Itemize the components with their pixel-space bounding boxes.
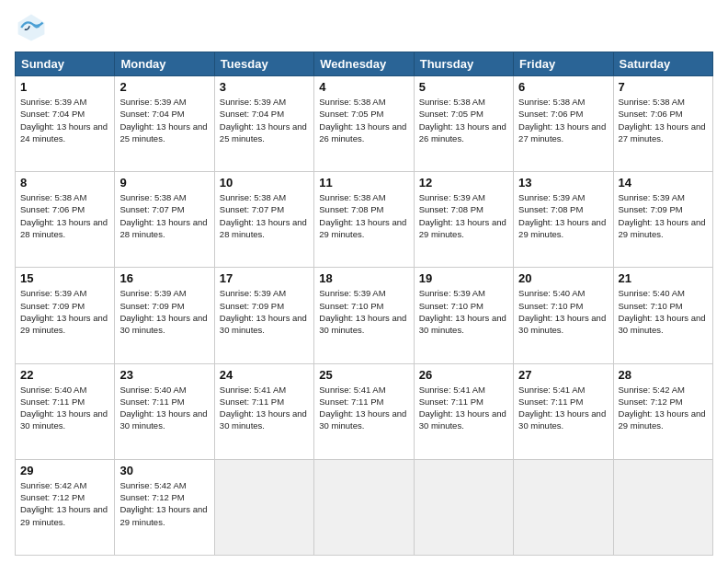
col-header-thursday: Thursday xyxy=(414,52,513,76)
calendar-cell: 18 Sunrise: 5:39 AMSunset: 7:10 PMDaylig… xyxy=(314,268,414,363)
day-number: 8 xyxy=(20,176,109,190)
day-number: 16 xyxy=(119,271,209,285)
calendar-week-2: 8 Sunrise: 5:38 AMSunset: 7:06 PMDayligh… xyxy=(16,172,713,268)
cell-details: Sunrise: 5:38 AMSunset: 7:06 PMDaylight:… xyxy=(518,97,606,144)
day-number: 14 xyxy=(619,176,708,190)
day-number: 25 xyxy=(319,368,408,382)
cell-details: Sunrise: 5:39 AMSunset: 7:08 PMDaylight:… xyxy=(518,192,606,239)
cell-details: Sunrise: 5:38 AMSunset: 7:05 PMDaylight:… xyxy=(319,97,406,144)
calendar-cell: 17 Sunrise: 5:39 AMSunset: 7:09 PMDaylig… xyxy=(214,268,313,363)
calendar-cell: 27 Sunrise: 5:41 AMSunset: 7:11 PMDaylig… xyxy=(514,363,613,459)
day-number: 27 xyxy=(518,368,608,382)
cell-details: Sunrise: 5:40 AMSunset: 7:10 PMDaylight:… xyxy=(518,288,606,335)
logo-icon xyxy=(15,11,48,44)
day-number: 22 xyxy=(20,368,109,382)
day-number: 29 xyxy=(20,464,109,477)
calendar-cell: 6 Sunrise: 5:38 AMSunset: 7:06 PMDayligh… xyxy=(514,76,613,172)
calendar-week-4: 22 Sunrise: 5:40 AMSunset: 7:11 PMDaylig… xyxy=(16,363,713,459)
cell-details: Sunrise: 5:39 AMSunset: 7:08 PMDaylight:… xyxy=(419,192,506,239)
cell-details: Sunrise: 5:38 AMSunset: 7:07 PMDaylight:… xyxy=(119,192,207,239)
day-number: 30 xyxy=(119,464,209,477)
day-number: 20 xyxy=(518,271,608,285)
cell-details: Sunrise: 5:39 AMSunset: 7:09 PMDaylight:… xyxy=(619,192,706,239)
calendar-cell: 11 Sunrise: 5:38 AMSunset: 7:08 PMDaylig… xyxy=(314,172,414,268)
calendar-cell: 8 Sunrise: 5:38 AMSunset: 7:06 PMDayligh… xyxy=(16,172,115,268)
col-header-sunday: Sunday xyxy=(16,52,115,76)
cell-details: Sunrise: 5:39 AMSunset: 7:10 PMDaylight:… xyxy=(419,288,506,335)
day-number: 12 xyxy=(419,176,508,190)
calendar-cell: 19 Sunrise: 5:39 AMSunset: 7:10 PMDaylig… xyxy=(414,268,513,363)
day-number: 15 xyxy=(20,271,109,285)
cell-details: Sunrise: 5:38 AMSunset: 7:06 PMDaylight:… xyxy=(20,192,108,239)
cell-details: Sunrise: 5:42 AMSunset: 7:12 PMDaylight:… xyxy=(20,480,108,527)
col-header-monday: Monday xyxy=(115,52,214,76)
cell-details: Sunrise: 5:41 AMSunset: 7:11 PMDaylight:… xyxy=(518,385,606,431)
cell-details: Sunrise: 5:40 AMSunset: 7:10 PMDaylight:… xyxy=(619,288,706,335)
calendar-cell: 26 Sunrise: 5:41 AMSunset: 7:11 PMDaylig… xyxy=(414,363,513,459)
col-header-saturday: Saturday xyxy=(613,52,712,76)
day-number: 18 xyxy=(319,271,408,285)
calendar-cell: 21 Sunrise: 5:40 AMSunset: 7:10 PMDaylig… xyxy=(613,268,712,363)
day-number: 21 xyxy=(619,271,708,285)
calendar-cell: 12 Sunrise: 5:39 AMSunset: 7:08 PMDaylig… xyxy=(414,172,513,268)
cell-details: Sunrise: 5:39 AMSunset: 7:09 PMDaylight:… xyxy=(220,288,307,335)
col-header-tuesday: Tuesday xyxy=(214,52,313,76)
calendar-cell: 1 Sunrise: 5:39 AMSunset: 7:04 PMDayligh… xyxy=(16,76,115,172)
calendar-cell: 23 Sunrise: 5:40 AMSunset: 7:11 PMDaylig… xyxy=(115,363,214,459)
col-header-friday: Friday xyxy=(514,52,613,76)
calendar-cell: 22 Sunrise: 5:40 AMSunset: 7:11 PMDaylig… xyxy=(16,363,115,459)
col-header-wednesday: Wednesday xyxy=(314,52,414,76)
calendar-cell: 28 Sunrise: 5:42 AMSunset: 7:12 PMDaylig… xyxy=(613,363,712,459)
cell-details: Sunrise: 5:41 AMSunset: 7:11 PMDaylight:… xyxy=(220,385,307,431)
calendar-cell xyxy=(514,459,613,555)
cell-details: Sunrise: 5:38 AMSunset: 7:06 PMDaylight:… xyxy=(619,97,706,144)
logo xyxy=(15,11,51,44)
cell-details: Sunrise: 5:39 AMSunset: 7:09 PMDaylight:… xyxy=(20,288,108,335)
calendar-cell: 16 Sunrise: 5:39 AMSunset: 7:09 PMDaylig… xyxy=(115,268,214,363)
calendar-cell: 10 Sunrise: 5:38 AMSunset: 7:07 PMDaylig… xyxy=(214,172,313,268)
calendar-week-5: 29 Sunrise: 5:42 AMSunset: 7:12 PMDaylig… xyxy=(16,459,713,555)
cell-details: Sunrise: 5:42 AMSunset: 7:12 PMDaylight:… xyxy=(119,480,207,527)
calendar-cell: 7 Sunrise: 5:38 AMSunset: 7:06 PMDayligh… xyxy=(613,76,712,172)
day-number: 13 xyxy=(518,176,608,190)
calendar-cell: 15 Sunrise: 5:39 AMSunset: 7:09 PMDaylig… xyxy=(16,268,115,363)
calendar-cell: 13 Sunrise: 5:39 AMSunset: 7:08 PMDaylig… xyxy=(514,172,613,268)
calendar-cell: 3 Sunrise: 5:39 AMSunset: 7:04 PMDayligh… xyxy=(214,76,313,172)
cell-details: Sunrise: 5:39 AMSunset: 7:04 PMDaylight:… xyxy=(119,97,207,144)
cell-details: Sunrise: 5:39 AMSunset: 7:10 PMDaylight:… xyxy=(319,288,406,335)
cell-details: Sunrise: 5:40 AMSunset: 7:11 PMDaylight:… xyxy=(20,385,108,431)
calendar-cell: 24 Sunrise: 5:41 AMSunset: 7:11 PMDaylig… xyxy=(214,363,313,459)
calendar-cell: 25 Sunrise: 5:41 AMSunset: 7:11 PMDaylig… xyxy=(314,363,414,459)
cell-details: Sunrise: 5:38 AMSunset: 7:08 PMDaylight:… xyxy=(319,192,406,239)
cell-details: Sunrise: 5:42 AMSunset: 7:12 PMDaylight:… xyxy=(619,385,706,431)
calendar-cell xyxy=(414,459,513,555)
day-number: 17 xyxy=(220,271,309,285)
cell-details: Sunrise: 5:40 AMSunset: 7:11 PMDaylight:… xyxy=(119,385,207,431)
cell-details: Sunrise: 5:38 AMSunset: 7:05 PMDaylight:… xyxy=(419,97,506,144)
cell-details: Sunrise: 5:38 AMSunset: 7:07 PMDaylight:… xyxy=(220,192,307,239)
calendar-cell xyxy=(214,459,313,555)
day-number: 24 xyxy=(220,368,309,382)
day-number: 23 xyxy=(119,368,209,382)
calendar-cell xyxy=(314,459,414,555)
calendar-cell: 2 Sunrise: 5:39 AMSunset: 7:04 PMDayligh… xyxy=(115,76,214,172)
day-number: 19 xyxy=(419,271,508,285)
calendar-cell: 29 Sunrise: 5:42 AMSunset: 7:12 PMDaylig… xyxy=(16,459,115,555)
calendar-cell: 9 Sunrise: 5:38 AMSunset: 7:07 PMDayligh… xyxy=(115,172,214,268)
day-number: 11 xyxy=(319,176,408,190)
day-number: 3 xyxy=(220,80,309,94)
header xyxy=(15,11,713,44)
cell-details: Sunrise: 5:39 AMSunset: 7:04 PMDaylight:… xyxy=(220,97,307,144)
cell-details: Sunrise: 5:39 AMSunset: 7:09 PMDaylight:… xyxy=(119,288,207,335)
day-number: 4 xyxy=(319,80,408,94)
day-number: 10 xyxy=(220,176,309,190)
day-number: 28 xyxy=(619,368,708,382)
cell-details: Sunrise: 5:41 AMSunset: 7:11 PMDaylight:… xyxy=(319,385,406,431)
calendar-cell xyxy=(613,459,712,555)
calendar-week-1: 1 Sunrise: 5:39 AMSunset: 7:04 PMDayligh… xyxy=(16,76,713,172)
day-number: 1 xyxy=(20,80,109,94)
calendar-cell: 14 Sunrise: 5:39 AMSunset: 7:09 PMDaylig… xyxy=(613,172,712,268)
cell-details: Sunrise: 5:41 AMSunset: 7:11 PMDaylight:… xyxy=(419,385,506,431)
day-number: 5 xyxy=(419,80,508,94)
calendar-cell: 5 Sunrise: 5:38 AMSunset: 7:05 PMDayligh… xyxy=(414,76,513,172)
